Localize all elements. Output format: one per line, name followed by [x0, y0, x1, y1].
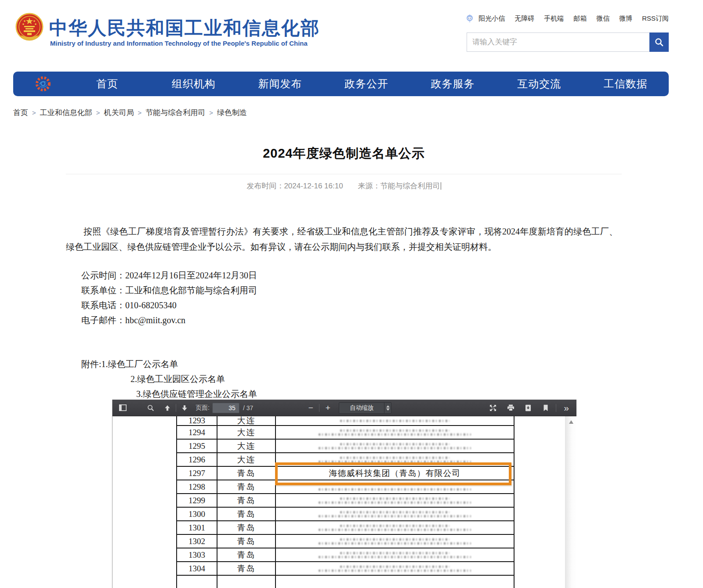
- info-line-period: 公示时间：2024年12月16日至2024年12月30日: [81, 268, 257, 283]
- pdf-toolbar: 页面: / 37 − + 自动缩放: [112, 400, 576, 416]
- download-icon[interactable]: [522, 402, 535, 414]
- page-up-button[interactable]: [161, 402, 174, 414]
- attachment-green-park[interactable]: 2.绿色工业园区公示名单: [130, 374, 225, 384]
- nav-item-data[interactable]: 工信数据: [582, 77, 669, 91]
- breadcrumb-separator: >: [96, 109, 100, 116]
- zoom-out-button[interactable]: −: [304, 402, 317, 414]
- nav-item-gov-open[interactable]: 政务公开: [323, 77, 410, 91]
- redacted-company: [276, 562, 514, 575]
- redacted-company: [276, 440, 514, 452]
- miit-gear-icon[interactable]: [34, 75, 52, 93]
- quick-link-weibo[interactable]: 微博: [619, 14, 632, 23]
- search-icon: [654, 37, 664, 47]
- search-button[interactable]: [649, 32, 669, 52]
- nav-item-home[interactable]: 首页: [64, 77, 151, 91]
- robot-icon: [465, 14, 474, 23]
- publish-time: 2024-12-16 16:10: [284, 182, 343, 190]
- quick-link-mailbox[interactable]: 邮箱: [573, 14, 587, 23]
- contact-info: 公示时间：2024年12月16日至2024年12月30日 联系单位：工业和信息化…: [81, 268, 257, 328]
- nav-item-news[interactable]: 新闻发布: [237, 77, 323, 91]
- redacted-company: [276, 521, 514, 534]
- table-row: 1298 青岛: [177, 480, 514, 494]
- national-emblem: [15, 12, 44, 43]
- toolbar-more-button[interactable]: »: [560, 402, 573, 414]
- table-row: 1300 青岛: [177, 508, 514, 521]
- site-search: [467, 32, 669, 52]
- nav-item-gov-service[interactable]: 政务服务: [409, 77, 496, 91]
- breadcrumb-separator: >: [32, 109, 36, 116]
- article-meta: 发布时间：2024-12-16 16:10来源：节能与综合利用司: [66, 181, 622, 191]
- redacted-company: [276, 426, 514, 439]
- publish-time-label: 发布时间：: [246, 182, 284, 190]
- presentation-mode-button[interactable]: [486, 402, 500, 414]
- redacted-company: [276, 494, 514, 507]
- sidebar-toggle-button[interactable]: [116, 402, 129, 414]
- attachments-label: 附件:: [81, 359, 101, 369]
- quick-links: 阳光小信 无障碍 手机端 邮箱 微信 微博 RSS订阅: [465, 14, 669, 23]
- breadcrumb-separator: >: [209, 109, 213, 116]
- table-row: 1301 青岛: [177, 521, 514, 535]
- table-row: 1304 青岛: [177, 562, 514, 576]
- breadcrumb-separator: >: [138, 109, 142, 116]
- quick-link-wechat[interactable]: 微信: [596, 14, 609, 23]
- attachment-green-supply-chain[interactable]: 3.绿色供应链管理企业公示名单: [136, 389, 257, 399]
- breadcrumb-departments[interactable]: 机关司局: [104, 108, 134, 118]
- breadcrumb-energy-dept[interactable]: 节能与综合利用司: [145, 108, 205, 118]
- page-number-label: 页面:: [196, 404, 210, 412]
- title-divider: [66, 174, 622, 174]
- redacted-company: [276, 480, 514, 493]
- page-total: / 37: [243, 404, 253, 411]
- breadcrumb-home[interactable]: 首页: [13, 108, 28, 118]
- redacted-company: [276, 548, 514, 561]
- quick-link-rss[interactable]: RSS订阅: [642, 14, 669, 23]
- nav-item-organization[interactable]: 组织机构: [151, 77, 237, 91]
- zoom-in-button[interactable]: +: [321, 402, 334, 414]
- page-down-button[interactable]: [178, 402, 191, 414]
- table-row: 1302 青岛: [177, 535, 514, 548]
- redacted-company: [276, 508, 514, 520]
- attachment-green-factory[interactable]: 1.绿色工厂公示名单: [101, 359, 178, 369]
- zoom-mode-select[interactable]: 自动缩放: [339, 402, 391, 414]
- info-line-phone: 联系电话：010-68205340: [81, 298, 257, 313]
- zoom-select-spinner: [384, 403, 391, 413]
- company-table: 1293 大连 1294 大连 1295 大连 1296 大连 1297: [176, 416, 515, 588]
- find-button[interactable]: [144, 402, 157, 414]
- article-paragraph: 按照《绿色工厂梯度培育及管理暂行办法》有关要求，经省级工业和信息化主管部门推荐及…: [66, 224, 618, 255]
- quick-link-accessibility[interactable]: 无障碍: [515, 14, 534, 23]
- attachments-list: 附件:1.绿色工厂公示名单 2.绿色工业园区公示名单 3.绿色供应链管理企业公示…: [81, 357, 257, 401]
- pdf-viewer: 页面: / 37 − + 自动缩放: [112, 400, 576, 588]
- info-line-unit: 联系单位：工业和信息化部节能与综合利用司: [81, 283, 257, 298]
- table-row: 1296 大连: [177, 453, 514, 467]
- redacted-company: [276, 416, 514, 425]
- redacted-company: [276, 535, 514, 548]
- table-row: 1295 大连: [177, 440, 514, 453]
- quick-link-mobile[interactable]: 手机端: [544, 14, 564, 23]
- zoom-mode-value: 自动缩放: [339, 404, 384, 412]
- page-title: 2024年度绿色制造名单公示: [66, 145, 622, 162]
- redacted-company: [276, 453, 514, 466]
- source-label: 来源：: [358, 182, 380, 190]
- site-title: 中华人民共和国工业和信息化部: [49, 16, 320, 40]
- scroll-up-arrow-icon[interactable]: [569, 420, 573, 424]
- site-subtitle: Ministry of Industry and Information Tec…: [50, 40, 308, 47]
- text-cursor: [441, 182, 441, 190]
- page-number-input[interactable]: [212, 403, 239, 413]
- quick-link-sunshine[interactable]: 阳光小信: [478, 14, 505, 23]
- search-input[interactable]: [467, 33, 649, 51]
- table-row-highlighted: 1297 青岛 海德威科技集团（青岛）有限公司: [177, 467, 514, 480]
- source-value: 节能与综合利用司: [380, 182, 440, 190]
- breadcrumb-green-manufacturing[interactable]: 绿色制造: [217, 108, 247, 118]
- table-row: 1299 青岛: [177, 494, 514, 508]
- table-row: 1293 大连: [177, 416, 514, 426]
- breadcrumb-miit[interactable]: 工业和信息化部: [40, 108, 92, 118]
- highlighted-company-name: 海德威科技集团（青岛）有限公司: [329, 468, 461, 479]
- pdf-page-area: 1293 大连 1294 大连 1295 大连 1296 大连 1297: [112, 416, 576, 588]
- print-icon[interactable]: [504, 402, 517, 414]
- bookmark-icon[interactable]: [539, 402, 552, 414]
- main-nav: 首页 组织机构 新闻发布 政务公开 政务服务 互动交流 工信数据: [13, 72, 669, 96]
- nav-item-interaction[interactable]: 互动交流: [496, 77, 583, 91]
- table-row: 1294 大连: [177, 426, 514, 440]
- table-row: [177, 576, 514, 588]
- info-line-email: 电子邮件：hbc@miit.gov.cn: [81, 313, 257, 328]
- pdf-scrollbar[interactable]: [565, 416, 576, 588]
